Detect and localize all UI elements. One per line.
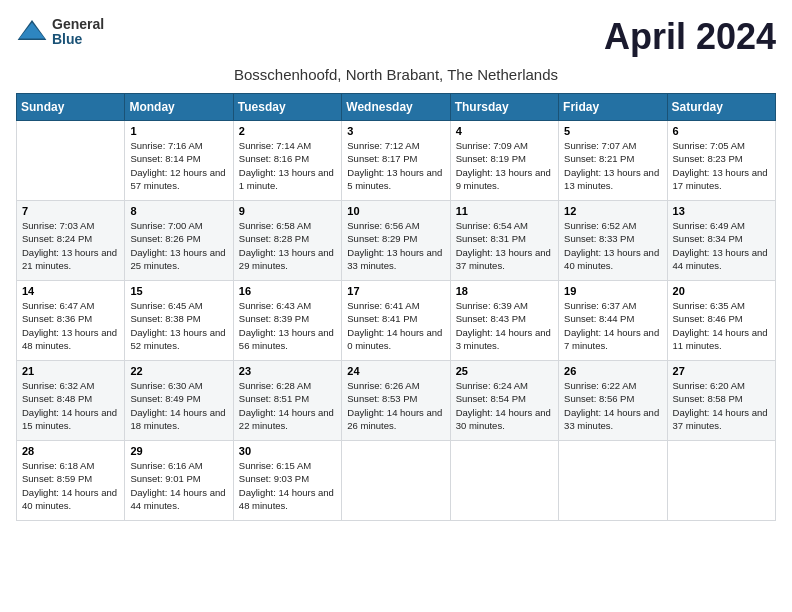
day-cell — [450, 441, 558, 521]
day-cell: 22 Sunrise: 6:30 AM Sunset: 8:49 PM Dayl… — [125, 361, 233, 441]
week-row-1: 7 Sunrise: 7:03 AM Sunset: 8:24 PM Dayli… — [17, 201, 776, 281]
day-number: 15 — [130, 285, 227, 297]
day-info: Sunrise: 6:58 AM Sunset: 8:28 PM Dayligh… — [239, 219, 336, 272]
day-number: 7 — [22, 205, 119, 217]
day-info: Sunrise: 6:56 AM Sunset: 8:29 PM Dayligh… — [347, 219, 444, 272]
day-cell: 8 Sunrise: 7:00 AM Sunset: 8:26 PM Dayli… — [125, 201, 233, 281]
day-info: Sunrise: 6:39 AM Sunset: 8:43 PM Dayligh… — [456, 299, 553, 352]
day-cell: 2 Sunrise: 7:14 AM Sunset: 8:16 PM Dayli… — [233, 121, 341, 201]
logo-text: General Blue — [52, 17, 104, 48]
day-info: Sunrise: 6:49 AM Sunset: 8:34 PM Dayligh… — [673, 219, 770, 272]
day-info: Sunrise: 6:16 AM Sunset: 9:01 PM Dayligh… — [130, 459, 227, 512]
day-info: Sunrise: 6:37 AM Sunset: 8:44 PM Dayligh… — [564, 299, 661, 352]
subtitle: Bosschenhoofd, North Brabant, The Nether… — [16, 66, 776, 83]
day-info: Sunrise: 7:14 AM Sunset: 8:16 PM Dayligh… — [239, 139, 336, 192]
header: General Blue April 2024 — [16, 16, 776, 58]
day-number: 4 — [456, 125, 553, 137]
day-info: Sunrise: 6:47 AM Sunset: 8:36 PM Dayligh… — [22, 299, 119, 352]
day-info: Sunrise: 6:32 AM Sunset: 8:48 PM Dayligh… — [22, 379, 119, 432]
svg-marker-1 — [19, 22, 45, 38]
day-info: Sunrise: 7:16 AM Sunset: 8:14 PM Dayligh… — [130, 139, 227, 192]
day-cell — [667, 441, 775, 521]
week-row-4: 28 Sunrise: 6:18 AM Sunset: 8:59 PM Dayl… — [17, 441, 776, 521]
day-cell: 5 Sunrise: 7:07 AM Sunset: 8:21 PM Dayli… — [559, 121, 667, 201]
day-info: Sunrise: 7:09 AM Sunset: 8:19 PM Dayligh… — [456, 139, 553, 192]
day-cell: 20 Sunrise: 6:35 AM Sunset: 8:46 PM Dayl… — [667, 281, 775, 361]
day-cell: 4 Sunrise: 7:09 AM Sunset: 8:19 PM Dayli… — [450, 121, 558, 201]
day-cell: 16 Sunrise: 6:43 AM Sunset: 8:39 PM Dayl… — [233, 281, 341, 361]
day-number: 5 — [564, 125, 661, 137]
day-number: 21 — [22, 365, 119, 377]
day-number: 13 — [673, 205, 770, 217]
col-friday: Friday — [559, 94, 667, 121]
day-cell: 12 Sunrise: 6:52 AM Sunset: 8:33 PM Dayl… — [559, 201, 667, 281]
day-cell: 26 Sunrise: 6:22 AM Sunset: 8:56 PM Dayl… — [559, 361, 667, 441]
day-number: 28 — [22, 445, 119, 457]
day-info: Sunrise: 6:18 AM Sunset: 8:59 PM Dayligh… — [22, 459, 119, 512]
day-cell — [342, 441, 450, 521]
day-cell: 17 Sunrise: 6:41 AM Sunset: 8:41 PM Dayl… — [342, 281, 450, 361]
day-info: Sunrise: 6:52 AM Sunset: 8:33 PM Dayligh… — [564, 219, 661, 272]
day-number: 25 — [456, 365, 553, 377]
col-wednesday: Wednesday — [342, 94, 450, 121]
day-number: 26 — [564, 365, 661, 377]
day-info: Sunrise: 6:41 AM Sunset: 8:41 PM Dayligh… — [347, 299, 444, 352]
day-info: Sunrise: 6:22 AM Sunset: 8:56 PM Dayligh… — [564, 379, 661, 432]
day-number: 30 — [239, 445, 336, 457]
day-number: 2 — [239, 125, 336, 137]
day-number: 12 — [564, 205, 661, 217]
day-number: 1 — [130, 125, 227, 137]
day-info: Sunrise: 6:45 AM Sunset: 8:38 PM Dayligh… — [130, 299, 227, 352]
day-cell — [17, 121, 125, 201]
day-info: Sunrise: 7:05 AM Sunset: 8:23 PM Dayligh… — [673, 139, 770, 192]
title-block: April 2024 — [604, 16, 776, 58]
day-info: Sunrise: 6:15 AM Sunset: 9:03 PM Dayligh… — [239, 459, 336, 512]
day-number: 22 — [130, 365, 227, 377]
day-cell: 27 Sunrise: 6:20 AM Sunset: 8:58 PM Dayl… — [667, 361, 775, 441]
day-info: Sunrise: 7:03 AM Sunset: 8:24 PM Dayligh… — [22, 219, 119, 272]
day-cell: 10 Sunrise: 6:56 AM Sunset: 8:29 PM Dayl… — [342, 201, 450, 281]
day-number: 6 — [673, 125, 770, 137]
day-info: Sunrise: 6:35 AM Sunset: 8:46 PM Dayligh… — [673, 299, 770, 352]
day-cell: 30 Sunrise: 6:15 AM Sunset: 9:03 PM Dayl… — [233, 441, 341, 521]
day-info: Sunrise: 7:07 AM Sunset: 8:21 PM Dayligh… — [564, 139, 661, 192]
calendar-table: Sunday Monday Tuesday Wednesday Thursday… — [16, 93, 776, 521]
logo: General Blue — [16, 16, 104, 48]
day-number: 8 — [130, 205, 227, 217]
day-cell: 1 Sunrise: 7:16 AM Sunset: 8:14 PM Dayli… — [125, 121, 233, 201]
day-info: Sunrise: 6:26 AM Sunset: 8:53 PM Dayligh… — [347, 379, 444, 432]
day-info: Sunrise: 6:28 AM Sunset: 8:51 PM Dayligh… — [239, 379, 336, 432]
week-row-3: 21 Sunrise: 6:32 AM Sunset: 8:48 PM Dayl… — [17, 361, 776, 441]
day-number: 9 — [239, 205, 336, 217]
day-info: Sunrise: 6:54 AM Sunset: 8:31 PM Dayligh… — [456, 219, 553, 272]
col-saturday: Saturday — [667, 94, 775, 121]
day-number: 27 — [673, 365, 770, 377]
col-tuesday: Tuesday — [233, 94, 341, 121]
day-cell — [559, 441, 667, 521]
day-cell: 18 Sunrise: 6:39 AM Sunset: 8:43 PM Dayl… — [450, 281, 558, 361]
day-info: Sunrise: 6:20 AM Sunset: 8:58 PM Dayligh… — [673, 379, 770, 432]
day-number: 16 — [239, 285, 336, 297]
day-cell: 15 Sunrise: 6:45 AM Sunset: 8:38 PM Dayl… — [125, 281, 233, 361]
week-row-0: 1 Sunrise: 7:16 AM Sunset: 8:14 PM Dayli… — [17, 121, 776, 201]
day-cell: 25 Sunrise: 6:24 AM Sunset: 8:54 PM Dayl… — [450, 361, 558, 441]
day-number: 11 — [456, 205, 553, 217]
logo-general-text: General — [52, 17, 104, 32]
day-cell: 24 Sunrise: 6:26 AM Sunset: 8:53 PM Dayl… — [342, 361, 450, 441]
day-info: Sunrise: 6:43 AM Sunset: 8:39 PM Dayligh… — [239, 299, 336, 352]
day-number: 29 — [130, 445, 227, 457]
month-title: April 2024 — [604, 16, 776, 58]
day-number: 14 — [22, 285, 119, 297]
day-cell: 3 Sunrise: 7:12 AM Sunset: 8:17 PM Dayli… — [342, 121, 450, 201]
day-number: 17 — [347, 285, 444, 297]
day-number: 23 — [239, 365, 336, 377]
day-cell: 11 Sunrise: 6:54 AM Sunset: 8:31 PM Dayl… — [450, 201, 558, 281]
day-cell: 7 Sunrise: 7:03 AM Sunset: 8:24 PM Dayli… — [17, 201, 125, 281]
day-cell: 14 Sunrise: 6:47 AM Sunset: 8:36 PM Dayl… — [17, 281, 125, 361]
day-info: Sunrise: 6:30 AM Sunset: 8:49 PM Dayligh… — [130, 379, 227, 432]
day-cell: 28 Sunrise: 6:18 AM Sunset: 8:59 PM Dayl… — [17, 441, 125, 521]
day-number: 3 — [347, 125, 444, 137]
day-cell: 19 Sunrise: 6:37 AM Sunset: 8:44 PM Dayl… — [559, 281, 667, 361]
day-info: Sunrise: 6:24 AM Sunset: 8:54 PM Dayligh… — [456, 379, 553, 432]
col-thursday: Thursday — [450, 94, 558, 121]
